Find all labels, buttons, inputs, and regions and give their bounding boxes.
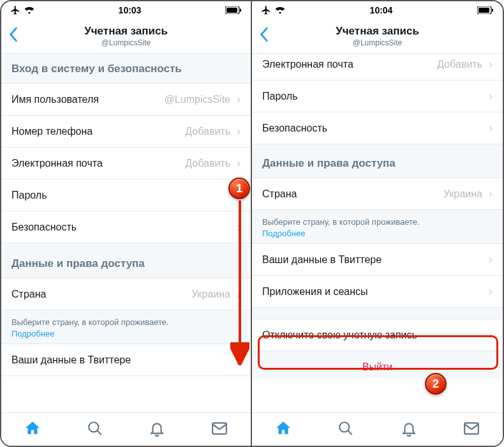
row-label: Отключите свою учетную запись bbox=[262, 330, 417, 341]
chevron-right-icon: › bbox=[233, 125, 244, 138]
chevron-right-icon: › bbox=[485, 57, 496, 71]
more-link[interactable]: Подробнее bbox=[262, 229, 305, 238]
row-value: Добавить bbox=[185, 158, 230, 169]
tab-home[interactable] bbox=[24, 420, 41, 439]
svg-point-9 bbox=[340, 422, 350, 432]
phone-screen-left: 10:03 Учетная запись @LumpicsSite Вход в… bbox=[1, 1, 252, 446]
country-hint: Выберите страну, в которой проживаете. П… bbox=[252, 210, 503, 244]
row-value: Добавить bbox=[185, 126, 230, 137]
chevron-right-icon: › bbox=[485, 187, 496, 201]
tab-bar bbox=[252, 413, 503, 446]
section-login-security: Вход в систему и безопасность bbox=[1, 54, 251, 84]
row-security[interactable]: Безопасность › bbox=[252, 112, 503, 144]
chevron-right-icon: › bbox=[233, 93, 244, 106]
settings-list[interactable]: Электронная почта Добавить › Пароль › Бе… bbox=[252, 54, 503, 413]
row-country[interactable]: Страна Украина › bbox=[1, 278, 251, 310]
row-your-data[interactable]: Ваши данные в Твиттере › bbox=[1, 344, 251, 376]
row-your-data[interactable]: Ваши данные в Твиттере › bbox=[252, 244, 503, 276]
chevron-right-icon: › bbox=[485, 285, 496, 298]
chevron-right-icon: › bbox=[485, 328, 496, 342]
status-time: 10:03 bbox=[119, 5, 142, 15]
row-username[interactable]: Имя пользователя @LumpicsSite › bbox=[1, 84, 251, 116]
wifi-icon bbox=[275, 6, 285, 14]
more-link[interactable]: Подробнее bbox=[11, 329, 54, 338]
status-bar: 10:03 bbox=[1, 1, 251, 19]
row-deactivate[interactable]: Отключите свою учетную запись › bbox=[252, 319, 503, 351]
row-value: @LumpicsSite bbox=[165, 94, 230, 105]
svg-point-3 bbox=[89, 422, 98, 432]
back-button[interactable] bbox=[260, 27, 269, 45]
row-apps-sessions[interactable]: Приложения и сеансы › bbox=[252, 276, 503, 308]
row-password[interactable]: Пароль › bbox=[252, 80, 503, 112]
status-bar: 10:04 bbox=[252, 1, 503, 19]
airplane-mode-icon bbox=[261, 5, 271, 15]
nav-subtitle: @LumpicsSite bbox=[84, 38, 168, 47]
phone-screen-right: 10:04 Учетная запись @LumpicsSite Электр… bbox=[252, 1, 503, 446]
row-country[interactable]: Страна Украина › bbox=[252, 178, 503, 210]
row-label: Приложения и сеансы bbox=[262, 286, 368, 298]
row-value: Украина bbox=[191, 289, 230, 300]
row-label: Пароль bbox=[262, 91, 298, 102]
battery-icon bbox=[225, 6, 242, 14]
battery-icon bbox=[477, 6, 494, 14]
chevron-right-icon: › bbox=[233, 156, 244, 170]
tab-search[interactable] bbox=[337, 420, 354, 439]
svg-rect-2 bbox=[240, 9, 241, 12]
svg-line-4 bbox=[97, 430, 101, 435]
section-gap bbox=[252, 308, 503, 319]
row-value: Украина bbox=[443, 188, 482, 200]
chevron-right-icon: › bbox=[485, 89, 496, 103]
row-label: Страна bbox=[11, 289, 46, 300]
row-label: Электронная почта bbox=[262, 59, 353, 70]
tab-notifications[interactable] bbox=[149, 420, 165, 439]
row-label: Номер телефона bbox=[11, 126, 93, 137]
svg-rect-7 bbox=[478, 8, 489, 13]
back-button[interactable] bbox=[9, 27, 18, 45]
row-password[interactable]: Пароль › bbox=[1, 179, 251, 211]
row-value: Добавить bbox=[437, 59, 482, 70]
status-time: 10:04 bbox=[370, 5, 393, 15]
tab-messages[interactable] bbox=[211, 420, 228, 439]
navbar: Учетная запись @LumpicsSite bbox=[252, 19, 503, 54]
row-phone[interactable]: Номер телефона Добавить › bbox=[1, 116, 251, 148]
nav-subtitle: @LumpicsSite bbox=[336, 38, 419, 47]
row-label: Пароль bbox=[11, 190, 47, 201]
tab-bar bbox=[1, 413, 251, 446]
step-marker-1: 1 bbox=[228, 178, 250, 199]
svg-line-10 bbox=[348, 430, 353, 435]
tab-search[interactable] bbox=[87, 420, 103, 439]
row-label: Безопасность bbox=[262, 123, 327, 134]
tab-messages[interactable] bbox=[463, 420, 480, 439]
tab-home[interactable] bbox=[275, 420, 292, 439]
row-label: Электронная почта bbox=[11, 158, 103, 169]
navbar: Учетная запись @LumpicsSite bbox=[1, 19, 251, 54]
row-label: Ваши данные в Твиттере bbox=[262, 254, 382, 266]
chevron-right-icon: › bbox=[485, 121, 496, 135]
logout-button[interactable]: Выйти bbox=[252, 351, 503, 379]
row-label: Безопасность bbox=[11, 222, 77, 233]
nav-title: Учетная запись bbox=[336, 25, 419, 38]
section-data-access: Данные и права доступа bbox=[252, 144, 503, 178]
step-marker-2: 2 bbox=[425, 373, 447, 395]
section-data-access: Данные и права доступа bbox=[1, 243, 251, 278]
scroll-arrow-icon bbox=[230, 199, 249, 365]
chevron-right-icon: › bbox=[485, 253, 496, 266]
settings-list[interactable]: Вход в систему и безопасность Имя пользо… bbox=[1, 54, 251, 413]
airplane-mode-icon bbox=[10, 5, 20, 15]
svg-rect-1 bbox=[226, 8, 237, 13]
svg-rect-8 bbox=[492, 9, 493, 12]
row-email[interactable]: Электронная почта Добавить › bbox=[252, 54, 503, 80]
row-label: Ваши данные в Твиттере bbox=[11, 354, 131, 366]
row-label: Имя пользователя bbox=[11, 94, 99, 105]
row-label: Страна bbox=[262, 188, 297, 200]
country-hint: Выберите страну, в которой проживаете. П… bbox=[1, 310, 251, 344]
nav-title: Учетная запись bbox=[84, 25, 168, 38]
row-email[interactable]: Электронная почта Добавить › bbox=[1, 148, 251, 179]
row-security[interactable]: Безопасность › bbox=[1, 211, 251, 243]
tab-notifications[interactable] bbox=[401, 420, 417, 439]
wifi-icon bbox=[24, 6, 34, 14]
